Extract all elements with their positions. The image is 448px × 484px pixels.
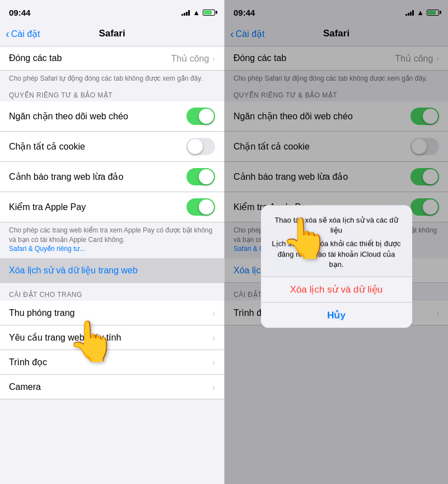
settings-content-left: Đóng các tab Thủ công › Cho phép Safari … [0,46,224,484]
battery-icon [203,10,215,16]
canh-bao-row[interactable]: Cảnh báo trang web lừa đảo [0,162,224,192]
chan-cookie-row[interactable]: Chặn tất cả cookie [0,132,224,162]
dialog-cancel-btn[interactable]: Hủy [261,302,412,328]
trinh-doc-label-left: Trình đọc [9,357,212,367]
dialog-content: Thao tác xóa sẽ xóa lịch sử và các dữ li… [261,205,412,276]
camera-label: Camera [9,382,212,392]
back-button-left[interactable]: ‹ Cài đặt [6,29,40,39]
signal-icon [181,9,190,16]
status-bar-left: 09:44 ▲ [0,0,224,21]
wifi-icon: ▲ [193,8,200,17]
yeu-cau-label: Yêu cầu trang web máy tính [9,332,212,343]
right-panel: 09:44 ▲ ‹ Cài đặt Safari Đóng các tab Th… [224,0,448,484]
chan-cookie-label: Chặn tất cả cookie [9,141,186,152]
dialog-box: Thao tác xóa sẽ xóa lịch sử và các dữ li… [261,205,412,328]
thu-phong-label: Thu phóng trang [9,308,212,318]
dong-tab-row[interactable]: Đóng các tab Thủ công › [0,46,224,71]
camera-row[interactable]: Camera › [0,375,224,399]
section-caidat-left: CÀI ĐẶT CHO TRANG [0,287,224,301]
time-left: 09:44 [9,8,30,17]
dong-tab-footer: Cho phép Safari tự động đóng các tab khô… [0,71,224,88]
thu-phong-row[interactable]: Thu phóng trang › [0,301,224,325]
apple-pay-footer: Cho phép các trang web kiểm tra xem Appl… [0,222,224,258]
dialog-message2: Lịch sử sẽ bị xóa khỏi các thiết bị được… [270,239,403,270]
ngan-chan-toggle[interactable] [186,108,215,125]
dong-tab-label: Đóng các tab [9,53,171,63]
chan-cookie-toggle[interactable] [186,138,215,155]
left-panel: 09:44 ▲ ‹ Cài đặt Safari Đóng các tab Th… [0,0,224,484]
xoa-lich-su-row-left[interactable]: Xóa lịch sử và dữ liệu trang web [0,258,224,283]
back-label-left: Cài đặt [11,29,40,39]
yeu-cau-row[interactable]: Yêu cầu trang web máy tính › [0,325,224,350]
apple-pay-row[interactable]: Kiểm tra Apple Pay [0,192,224,222]
dialog-message1: Thao tác xóa sẽ xóa lịch sử và các dữ li… [270,215,403,235]
yeu-cau-chevron: › [212,333,215,342]
section-privacy: QUYỀN RIÊNG TƯ & BẢO MẬT [0,88,224,101]
back-arrow-left: ‹ [6,28,10,39]
nav-title-left: Safari [99,28,125,39]
dialog-actions: Xóa lịch sử và dữ liệu Hủy [261,276,412,328]
dialog-overlay: Thao tác xóa sẽ xóa lịch sử và các dữ li… [225,0,448,484]
canh-bao-label: Cảnh báo trang web lừa đảo [9,171,186,182]
dialog-destructive-btn[interactable]: Xóa lịch sử và dữ liệu [261,277,412,302]
apple-pay-label: Kiểm tra Apple Pay [9,202,186,212]
ngan-chan-row[interactable]: Ngăn chặn theo dõi web chéo [0,101,224,132]
safari-privacy-link-left[interactable]: Safari & Quyền riêng tư... [9,245,85,253]
xoa-lich-su-label-left: Xóa lịch sử và dữ liệu trang web [9,265,215,276]
trinh-doc-chevron-left: › [212,358,215,367]
thu-phong-chevron: › [212,309,215,318]
dong-tab-value: Thủ công [171,53,209,64]
trinh-doc-row-left[interactable]: Trình đọc › [0,350,224,375]
nav-bar-left: ‹ Cài đặt Safari [0,21,224,46]
apple-pay-toggle[interactable] [186,198,215,216]
ngan-chan-label: Ngăn chặn theo dõi web chéo [9,111,186,122]
canh-bao-toggle[interactable] [186,168,215,185]
status-icons-left: ▲ [181,8,215,17]
camera-chevron: › [212,383,215,392]
dong-tab-chevron: › [212,54,215,63]
